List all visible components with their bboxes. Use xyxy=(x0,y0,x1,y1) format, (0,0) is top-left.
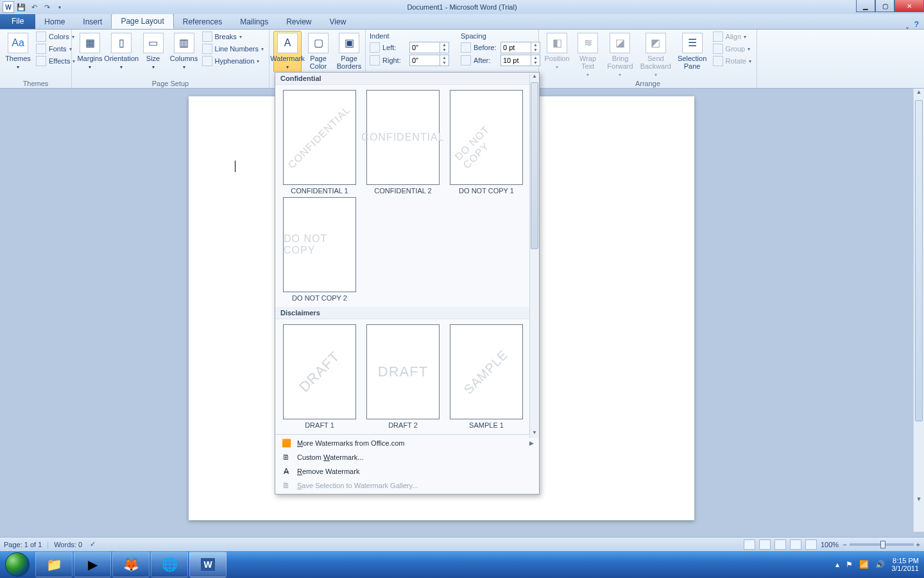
view-draft-button[interactable] xyxy=(805,539,817,550)
window-close-button[interactable]: ✕ xyxy=(894,0,924,12)
watermark-draft-2[interactable]: DRAFT DRAFT 2 xyxy=(361,323,445,430)
gallery-scroll-up-icon[interactable]: ▲ xyxy=(530,73,539,82)
columns-button[interactable]: ▥Columns xyxy=(170,31,198,71)
windows-logo-icon xyxy=(5,552,30,577)
page-borders-button[interactable]: ▣Page Borders xyxy=(335,31,363,70)
tray-time: 8:15 PM xyxy=(891,557,919,565)
view-print-layout-button[interactable] xyxy=(744,539,755,550)
hyphenation-button[interactable]: Hyphenation xyxy=(201,55,265,67)
indent-right-icon xyxy=(370,55,380,66)
window-maximize-button[interactable]: ▢ xyxy=(875,0,894,12)
tab-insert[interactable]: Insert xyxy=(74,15,111,29)
status-words[interactable]: Words: 0 xyxy=(54,541,82,548)
watermark-do-not-copy-1[interactable]: DO NOT COPY DO NOT COPY 1 xyxy=(445,89,528,196)
tab-view[interactable]: View xyxy=(321,15,355,29)
zoom-slider-knob[interactable] xyxy=(880,541,886,548)
indent-left-input[interactable]: ▲▼ xyxy=(409,42,449,53)
more-watermarks-menuitem[interactable]: 🟧 More Watermarks from Office.com ▶ xyxy=(275,436,539,450)
line-numbers-icon xyxy=(202,44,212,54)
view-full-screen-button[interactable] xyxy=(759,539,771,550)
taskbar-word[interactable]: W xyxy=(189,552,227,577)
zoom-level[interactable]: 100% xyxy=(821,541,839,548)
theme-fonts-button[interactable]: Fonts xyxy=(35,43,76,55)
custom-watermark-menuitem[interactable]: 🗎 Custom Watermark... xyxy=(275,450,539,464)
size-button[interactable]: ▭Size xyxy=(139,31,167,71)
tray-flag-icon[interactable]: ⚑ xyxy=(846,560,853,569)
status-proofing-icon[interactable]: ✓ xyxy=(90,540,96,548)
vertical-scrollbar[interactable]: ▲ ▼ xyxy=(913,89,924,532)
status-page[interactable]: Page: 1 of 1 xyxy=(4,541,42,548)
watermark-draft-1[interactable]: DRAFT DRAFT 1 xyxy=(278,323,361,430)
zoom-slider[interactable] xyxy=(850,543,914,546)
line-numbers-button[interactable]: Line Numbers xyxy=(201,43,265,55)
tray-network-icon[interactable]: 📶 xyxy=(859,560,869,569)
zoom-in-button[interactable]: + xyxy=(916,541,920,548)
scroll-up-icon[interactable]: ▲ xyxy=(914,89,924,99)
start-button[interactable] xyxy=(0,551,35,578)
spacing-after-input[interactable]: ▲▼ xyxy=(501,55,540,66)
watermark-sample-1[interactable]: SAMPLE SAMPLE 1 xyxy=(445,323,528,430)
remove-watermark-menuitem[interactable]: A̶ Remove Watermark xyxy=(275,464,539,478)
selection-pane-icon: ☰ xyxy=(682,33,703,53)
gallery-scroll-thumb[interactable] xyxy=(531,82,538,249)
tab-mailings[interactable]: Mailings xyxy=(231,15,277,29)
indent-right-input[interactable]: ▲▼ xyxy=(409,55,449,66)
spacing-before-input[interactable]: ▲▼ xyxy=(501,42,540,53)
taskbar-firefox[interactable]: 🦊 xyxy=(112,552,150,577)
tray-volume-icon[interactable]: 🔊 xyxy=(875,560,885,569)
scroll-thumb[interactable] xyxy=(915,100,923,421)
selection-pane-button[interactable]: ☰Selection Pane xyxy=(676,31,709,70)
tab-review[interactable]: Review xyxy=(277,15,320,29)
minimize-ribbon-icon[interactable]: ˬ xyxy=(905,20,909,29)
page-color-button[interactable]: ▢Page Color xyxy=(304,31,332,78)
file-tab[interactable]: File xyxy=(0,13,35,29)
taskbar-media-player[interactable]: ▶ xyxy=(74,552,111,577)
breaks-button[interactable]: Breaks xyxy=(201,31,265,42)
theme-effects-button[interactable]: Effects xyxy=(35,55,76,67)
windows-taskbar: 📁 ▶ 🦊 🌐 W ▴ ⚑ 📶 🔊 8:15 PM 3/1/2011 xyxy=(0,551,924,578)
help-icon[interactable]: ? xyxy=(914,20,919,29)
send-backward-icon: ◩ xyxy=(646,33,666,53)
qat-redo-icon[interactable]: ↷ xyxy=(41,1,53,13)
tab-references[interactable]: References xyxy=(174,15,231,29)
watermark-confidential-1[interactable]: CONFIDENTIAL CONFIDENTIAL 1 xyxy=(278,89,361,196)
position-button[interactable]: ◧Position xyxy=(543,31,571,71)
align-button[interactable]: Align xyxy=(712,31,753,42)
gallery-scroll-down-icon[interactable]: ▼ xyxy=(530,430,539,438)
taskbar-explorer[interactable]: 📁 xyxy=(35,552,73,577)
watermark-confidential-2[interactable]: CONFIDENTIAL CONFIDENTIAL 2 xyxy=(361,89,445,196)
scroll-down-icon[interactable]: ▼ xyxy=(914,496,924,506)
qat-undo-icon[interactable]: ↶ xyxy=(28,1,40,13)
group-button[interactable]: Group xyxy=(712,43,753,55)
send-backward-button[interactable]: ◩Send Backward xyxy=(638,31,673,78)
watermark-do-not-copy-2[interactable]: DO NOT COPY DO NOT COPY 2 xyxy=(278,196,361,303)
view-outline-button[interactable] xyxy=(790,539,801,550)
wrap-text-button[interactable]: ≋Wrap Text xyxy=(574,31,602,78)
spacing-before-icon xyxy=(461,42,471,53)
tab-page-layout[interactable]: Page Layout xyxy=(111,13,173,29)
gallery-scrollbar[interactable]: ▲ ▼ xyxy=(529,73,539,438)
text-cursor xyxy=(235,161,235,172)
tray-clock[interactable]: 8:15 PM 3/1/2011 xyxy=(891,557,919,572)
window-minimize-button[interactable]: ▁ xyxy=(856,0,875,12)
qat-save-icon[interactable]: 💾 xyxy=(15,1,27,13)
margins-button[interactable]: ▦Margins xyxy=(76,31,104,71)
theme-colors-button[interactable]: Colors xyxy=(35,31,76,42)
orientation-button[interactable]: ▯Orientation xyxy=(107,31,137,71)
view-web-layout-button[interactable] xyxy=(774,539,786,550)
taskbar-chrome[interactable]: 🌐 xyxy=(151,552,188,577)
page-color-icon: ▢ xyxy=(308,33,329,53)
tab-home[interactable]: Home xyxy=(35,15,74,29)
group-icon xyxy=(713,44,723,54)
watermark-button[interactable]: AWatermark xyxy=(273,31,302,73)
qat-customize-icon[interactable] xyxy=(54,1,65,13)
bring-forward-button[interactable]: ◪Bring Forward xyxy=(604,31,636,78)
word-app-icon[interactable]: W xyxy=(3,1,14,13)
tray-date: 3/1/2011 xyxy=(891,565,919,572)
spacing-after-icon xyxy=(461,55,471,66)
tray-show-hidden-icon[interactable]: ▴ xyxy=(835,560,839,569)
themes-button[interactable]: Aa Themes xyxy=(4,31,32,71)
zoom-out-button[interactable]: − xyxy=(843,541,846,548)
indent-left-label: Left: xyxy=(382,44,407,51)
rotate-button[interactable]: Rotate xyxy=(712,55,753,67)
